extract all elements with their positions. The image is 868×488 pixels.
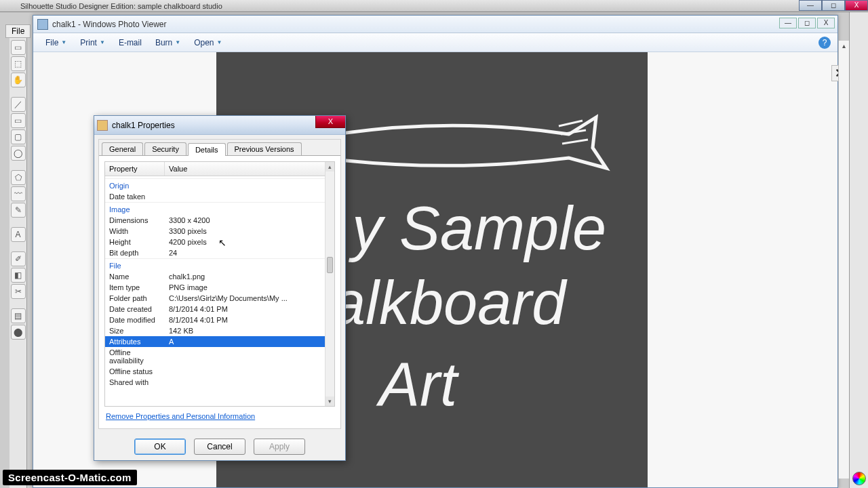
color-wheel-icon[interactable]: [852, 472, 866, 485]
tab-previous-versions[interactable]: Previous Versions: [227, 142, 302, 155]
row-offline-status[interactable]: Offline status: [105, 366, 325, 377]
tool-polygon-icon[interactable]: ⬠: [11, 170, 26, 185]
file-menu-label[interactable]: File: [5, 24, 31, 38]
scroll-up-icon[interactable]: ▴: [326, 162, 334, 171]
pv-help-icon[interactable]: ?: [818, 37, 831, 49]
dlg-button-row: OK Cancel Apply: [94, 433, 345, 460]
cancel-button[interactable]: Cancel: [194, 439, 245, 455]
background-app-title: Silhouette Studio Designer Edition: samp…: [20, 2, 222, 10]
right-toolbar: [849, 12, 868, 488]
tab-general[interactable]: General: [102, 142, 143, 155]
ok-button[interactable]: OK: [134, 439, 186, 455]
row-shared-with[interactable]: Shared with: [105, 377, 325, 388]
pv-min-button[interactable]: —: [779, 18, 797, 28]
tool-freehand-icon[interactable]: ✎: [11, 203, 26, 218]
scroll-up-icon[interactable]: ▴: [839, 41, 849, 52]
section-image: Image: [105, 203, 165, 215]
tab-security[interactable]: Security: [144, 142, 186, 155]
row-bit-depth[interactable]: Bit depth24: [105, 247, 325, 258]
tool-new-icon[interactable]: ▭: [11, 40, 26, 55]
chevron-down-icon: ▼: [61, 39, 66, 45]
vertical-scrollbar[interactable]: ▴: [838, 41, 849, 479]
properties-dialog: chalk1 Properties X General Security Det…: [94, 115, 346, 461]
row-attributes[interactable]: AttributesA: [105, 336, 325, 347]
tab-details[interactable]: Details: [188, 143, 226, 156]
pv-menu-burn[interactable]: Burn▼: [150, 37, 186, 49]
row-date-taken[interactable]: Date taken: [105, 191, 325, 202]
tool-eyedrop-icon[interactable]: ✐: [11, 251, 26, 266]
row-date-modified[interactable]: Date modified8/1/2014 4:01 PM: [105, 314, 325, 325]
remove-properties-link[interactable]: Remove Properties and Personal Informati…: [104, 407, 335, 423]
grid-header: Property Value: [105, 162, 334, 176]
background-app-titlebar: Silhouette Studio Designer Edition: samp…: [0, 0, 868, 12]
row-name[interactable]: Namechalk1.png: [105, 271, 325, 282]
left-toolbar: ▭ ⬚ ✋ ／ ▭ ▢ ◯ ⬠ 〰 ✎ A ✐ ◧ ✂ ▤ ⬤: [9, 38, 27, 488]
pv-menu-email[interactable]: E-mail: [113, 37, 147, 49]
row-size[interactable]: Size142 KB: [105, 325, 325, 336]
section-file: File: [105, 259, 165, 271]
dlg-title-text: chalk1 Properties: [112, 121, 175, 130]
row-date-created[interactable]: Date created8/1/2014 4:01 PM: [105, 304, 325, 314]
tool-select-icon[interactable]: ⬚: [11, 56, 26, 71]
chevron-down-icon: ▼: [217, 39, 222, 45]
dlg-titlebar[interactable]: chalk1 Properties X: [94, 116, 345, 135]
tool-library-icon[interactable]: ▤: [11, 308, 26, 323]
tool-eraser-icon[interactable]: ◧: [11, 268, 26, 283]
pv-menu-file[interactable]: File▼: [40, 37, 72, 49]
apply-button[interactable]: Apply: [254, 439, 305, 455]
chevron-down-icon: ▼: [175, 39, 180, 45]
pv-app-icon: [37, 19, 48, 30]
dlg-tabs: General Security Details Previous Versio…: [99, 140, 340, 155]
pv-close-button[interactable]: X: [817, 18, 835, 28]
tool-line-icon[interactable]: ／: [11, 97, 26, 112]
bg-min-button[interactable]: —: [799, 0, 822, 11]
tool-roundrect-icon[interactable]: ▢: [11, 129, 26, 144]
tool-knife-icon[interactable]: ✂: [11, 284, 26, 299]
row-height[interactable]: Height4200 pixels: [105, 237, 325, 247]
pv-menu-open[interactable]: Open▼: [189, 37, 227, 49]
row-folder-path[interactable]: Folder pathC:\Users\Girlz\My Documents\M…: [105, 293, 325, 304]
pv-menubar: File▼ Print▼ E-mail Burn▼ Open▼ ?: [33, 33, 837, 52]
pv-menu-print[interactable]: Print▼: [75, 37, 111, 49]
svg-text:alkboard: alkboard: [332, 269, 568, 337]
dlg-close-button[interactable]: X: [315, 116, 345, 128]
dlg-file-icon: [97, 120, 108, 131]
scroll-thumb[interactable]: [327, 257, 333, 273]
tool-ellipse-icon[interactable]: ◯: [11, 146, 26, 161]
pv-title-text: chalk1 - Windows Photo Viewer: [52, 20, 167, 29]
tool-curve-icon[interactable]: 〰: [11, 186, 26, 201]
hdr-property[interactable]: Property: [105, 162, 165, 176]
grid-scrollbar[interactable]: ▴ ▾: [325, 162, 334, 406]
watermark-brand: Screencast-O-Matic.com: [3, 470, 137, 485]
tool-text-icon[interactable]: A: [11, 227, 26, 242]
row-dimensions[interactable]: Dimensions3300 x 4200: [105, 215, 325, 226]
scroll-down-icon[interactable]: ▾: [326, 396, 334, 406]
row-width[interactable]: Width3300 pixels: [105, 226, 325, 237]
section-origin: Origin: [105, 179, 165, 191]
svg-text:y Sample: y Sample: [348, 195, 606, 262]
tool-store-icon[interactable]: ⬤: [11, 325, 26, 340]
bg-max-button[interactable]: ◻: [822, 0, 845, 11]
properties-grid: Property Value Origin Date taken Image D…: [104, 161, 335, 407]
pv-max-button[interactable]: ◻: [798, 18, 816, 28]
row-item-type[interactable]: Item typePNG image: [105, 282, 325, 293]
svg-text:Art: Art: [376, 350, 460, 418]
tool-hand-icon[interactable]: ✋: [11, 73, 26, 87]
row-offline-availability[interactable]: Offline availability: [105, 347, 325, 366]
pv-titlebar[interactable]: chalk1 - Windows Photo Viewer — ◻ X: [33, 16, 837, 33]
tool-rect-icon[interactable]: ▭: [11, 113, 26, 128]
hdr-value[interactable]: Value: [165, 162, 334, 176]
chevron-down-icon: ▼: [100, 39, 105, 45]
bg-close-button[interactable]: X: [845, 0, 868, 11]
